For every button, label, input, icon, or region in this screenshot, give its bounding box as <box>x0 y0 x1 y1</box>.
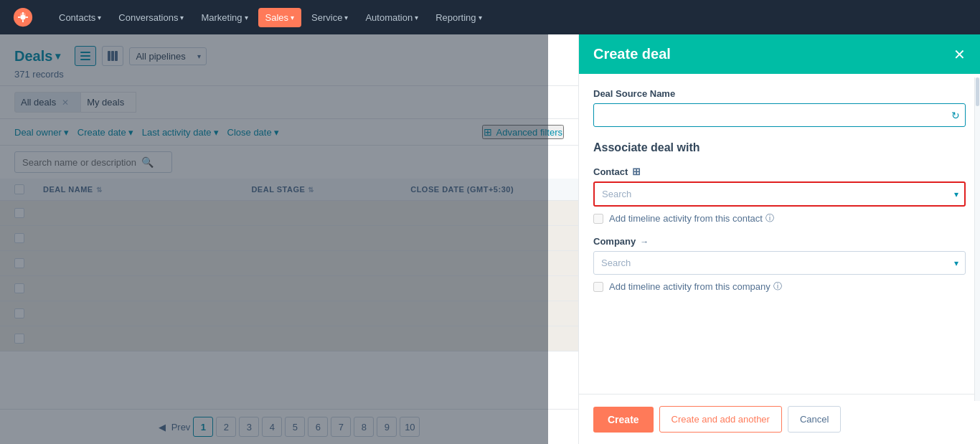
contact-label: Contact ⊞ <box>593 166 966 177</box>
contact-timeline-label: Add timeline activity from this contact … <box>609 212 774 225</box>
company-timeline-checkbox[interactable] <box>593 282 603 292</box>
refresh-button[interactable]: ↻ <box>951 110 960 121</box>
main-layout: Deals ▾ <box>0 34 980 444</box>
company-timeline-label: Add timeline activity from this company … <box>609 280 782 293</box>
panel-overlay <box>0 34 548 444</box>
nav-conversations[interactable]: Conversations ▾ <box>111 8 191 27</box>
nav-conversations-chevron: ▾ <box>180 14 184 22</box>
company-search-wrapper: Search ▾ <box>593 251 966 275</box>
deal-source-name-label: Deal Source Name <box>593 88 966 99</box>
nav-reporting-chevron: ▾ <box>479 14 482 22</box>
contact-info-icon[interactable]: ⊞ <box>632 166 641 177</box>
contact-group: Contact ⊞ Search ▾ Add timeline activity… <box>593 166 966 225</box>
hubspot-logo <box>11 6 34 29</box>
contact-search-wrapper: Search ▾ <box>593 181 966 207</box>
company-group: Company → Search ▾ Add timeline activity… <box>593 236 966 293</box>
nav-sales-chevron: ▾ <box>291 14 294 22</box>
nav-contacts[interactable]: Contacts ▾ <box>52 8 108 27</box>
deal-source-name-group: Deal Source Name ↻ <box>593 88 966 127</box>
create-deal-panel: Create deal ✕ Deal Source Name ↻ Associa… <box>578 34 980 444</box>
deal-source-name-wrapper: ↻ <box>593 103 966 127</box>
cancel-button[interactable]: Cancel <box>788 406 841 433</box>
contact-timeline-info-icon[interactable]: ⓘ <box>765 212 774 225</box>
nav-sales[interactable]: Sales ▾ <box>258 8 302 27</box>
deals-list-panel: Deals ▾ <box>0 34 578 444</box>
refresh-icon: ↻ <box>951 110 960 121</box>
panel-scroll-thumb[interactable] <box>976 77 979 106</box>
nav-service-chevron: ▾ <box>344 14 348 22</box>
nav-contacts-chevron: ▾ <box>98 14 101 22</box>
svg-point-1 <box>21 15 26 20</box>
nav-marketing[interactable]: Marketing ▾ <box>194 8 255 27</box>
company-search-select[interactable]: Search <box>593 251 966 275</box>
panel-scroll-track <box>974 77 980 401</box>
company-label: Company → <box>593 236 966 247</box>
panel-header: Create deal ✕ <box>579 34 980 74</box>
company-timeline-row: Add timeline activity from this company … <box>593 280 966 293</box>
panel-footer: Create Create and add another Cancel <box>579 394 980 444</box>
associate-section-title: Associate deal with <box>593 141 966 154</box>
nav-service[interactable]: Service ▾ <box>304 8 355 27</box>
company-timeline-info-icon[interactable]: ⓘ <box>773 280 782 293</box>
nav-marketing-chevron: ▾ <box>245 14 248 22</box>
company-arrow-icon[interactable]: → <box>640 237 649 247</box>
nav-automation[interactable]: Automation ▾ <box>358 8 425 27</box>
create-button[interactable]: Create <box>593 407 654 433</box>
panel-close-button[interactable]: ✕ <box>953 47 966 62</box>
nav-reporting[interactable]: Reporting ▾ <box>428 8 489 27</box>
nav-automation-chevron: ▾ <box>415 14 418 22</box>
top-navigation: Contacts ▾ Conversations ▾ Marketing ▾ S… <box>0 0 980 34</box>
panel-title: Create deal <box>593 46 671 62</box>
associate-section: Associate deal with Contact ⊞ Search ▾ <box>593 141 966 293</box>
contact-timeline-row: Add timeline activity from this contact … <box>593 212 966 225</box>
panel-content: Deal Source Name ↻ Associate deal with C… <box>579 74 980 394</box>
contact-search-select[interactable]: Search <box>593 181 966 207</box>
nav-items: Contacts ▾ Conversations ▾ Marketing ▾ S… <box>52 8 489 27</box>
contact-timeline-checkbox[interactable] <box>593 214 603 224</box>
create-and-add-button[interactable]: Create and add another <box>659 406 782 433</box>
deal-source-name-input[interactable] <box>593 103 966 127</box>
